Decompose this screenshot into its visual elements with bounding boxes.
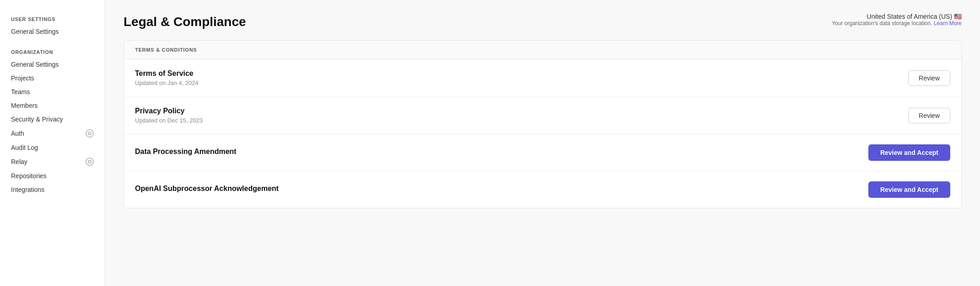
sidebar-item-projects[interactable]: Projects bbox=[0, 71, 105, 85]
sidebar-item-auth[interactable]: Auth bbox=[0, 126, 105, 141]
terms-row-tos: Terms of Service Updated on Jan 4, 2024 … bbox=[124, 59, 961, 97]
terms-card: TERMS & CONDITIONS Terms of Service Upda… bbox=[124, 40, 962, 208]
sidebar-item-security-privacy[interactable]: Security & Privacy bbox=[0, 112, 105, 126]
learn-more-link[interactable]: Learn More bbox=[934, 20, 962, 26]
sidebar-item-label: Teams bbox=[11, 88, 94, 95]
eye-circle-icon bbox=[86, 129, 94, 138]
terms-date-tos: Updated on Jan 4, 2024 bbox=[135, 79, 908, 86]
terms-title-privacy: Privacy Policy bbox=[135, 107, 908, 115]
terms-row-openai: OpenAI Subprocessor Acknowledgement Revi… bbox=[124, 171, 961, 208]
sidebar-item-integrations[interactable]: Integrations bbox=[0, 183, 105, 196]
card-section-label: TERMS & CONDITIONS bbox=[124, 41, 961, 59]
svg-point-3 bbox=[88, 160, 91, 163]
terms-info-privacy: Privacy Policy Updated on Dec 15, 2023 bbox=[135, 107, 908, 124]
sidebar-item-repositories[interactable]: Repositories bbox=[0, 169, 105, 183]
review-accept-button-dpa[interactable]: Review and Accept bbox=[868, 144, 950, 161]
sidebar-item-teams[interactable]: Teams bbox=[0, 85, 105, 99]
data-storage-info: United States of America (US) 🇺🇸 Your or… bbox=[832, 13, 962, 26]
terms-date-privacy: Updated on Dec 15, 2023 bbox=[135, 117, 908, 124]
sidebar-item-label: Repositories bbox=[11, 172, 94, 180]
organization-header: ORGANIZATION bbox=[0, 44, 105, 58]
review-button-privacy[interactable]: Review bbox=[908, 108, 950, 123]
sidebar-item-label: Projects bbox=[11, 74, 94, 82]
terms-info-openai: OpenAI Subprocessor Acknowledgement bbox=[135, 185, 868, 195]
storage-sub-text: Your organization's data storage locatio… bbox=[832, 20, 962, 26]
svg-point-2 bbox=[86, 158, 93, 165]
sidebar-item-label: Integrations bbox=[11, 186, 94, 193]
sidebar-item-general-settings-user[interactable]: General Settings bbox=[0, 25, 105, 38]
terms-title-dpa: Data Processing Amendment bbox=[135, 148, 868, 156]
sidebar-item-label: Auth bbox=[11, 130, 83, 137]
terms-row-privacy: Privacy Policy Updated on Dec 15, 2023 R… bbox=[124, 97, 961, 134]
terms-info-tos: Terms of Service Updated on Jan 4, 2024 bbox=[135, 69, 908, 86]
sidebar-item-label: Audit Log bbox=[11, 144, 94, 151]
svg-point-1 bbox=[88, 132, 91, 135]
sidebar-item-label: General Settings bbox=[11, 61, 94, 68]
country-label: United States of America (US) 🇺🇸 bbox=[832, 13, 962, 20]
sidebar: USER SETTINGS General Settings ORGANIZAT… bbox=[0, 0, 105, 286]
sidebar-item-members[interactable]: Members bbox=[0, 99, 105, 112]
sidebar-item-relay[interactable]: Relay bbox=[0, 154, 105, 169]
terms-info-dpa: Data Processing Amendment bbox=[135, 148, 868, 158]
sidebar-item-audit-log[interactable]: Audit Log bbox=[0, 141, 105, 154]
terms-title-tos: Terms of Service bbox=[135, 69, 908, 78]
user-settings-header: USER SETTINGS bbox=[0, 11, 105, 25]
eye-circle-icon-relay bbox=[86, 158, 94, 166]
sidebar-item-label: Relay bbox=[11, 158, 83, 165]
main-content: United States of America (US) 🇺🇸 Your or… bbox=[105, 0, 980, 286]
terms-title-openai: OpenAI Subprocessor Acknowledgement bbox=[135, 185, 868, 193]
sidebar-item-label: Security & Privacy bbox=[11, 116, 94, 123]
review-accept-button-openai[interactable]: Review and Accept bbox=[868, 181, 950, 198]
review-button-tos[interactable]: Review bbox=[908, 70, 950, 86]
terms-row-dpa: Data Processing Amendment Review and Acc… bbox=[124, 134, 961, 171]
sidebar-item-label: Members bbox=[11, 102, 94, 109]
sidebar-item-general-settings-org[interactable]: General Settings bbox=[0, 58, 105, 71]
sidebar-item-label: General Settings bbox=[11, 28, 94, 35]
svg-point-0 bbox=[86, 130, 93, 137]
